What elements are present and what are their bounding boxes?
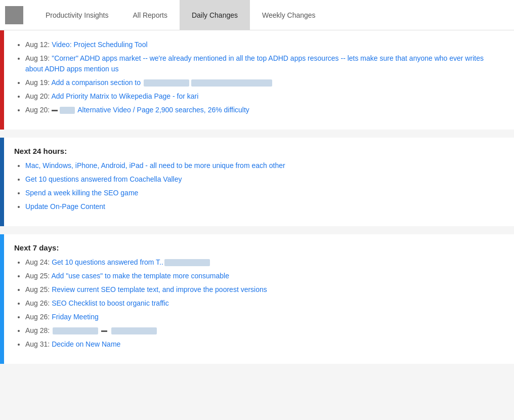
tab-productivity[interactable]: Productivity Insights <box>33 0 121 30</box>
next7days-section: Next 7 days: Aug 24: Get 10 questions an… <box>0 234 514 364</box>
blurred-text <box>144 79 189 87</box>
item-link[interactable]: Get 10 questions answered from T.. <box>52 258 163 266</box>
item-link[interactable]: Review current SEO template text, and im… <box>52 285 267 293</box>
next24h-section: Next 24 hours: Mac, Windows, iPhone, And… <box>0 138 514 226</box>
list-item: Aug 26: Friday Meeting <box>25 312 502 322</box>
item-link[interactable]: Get 10 questions answered from Coachella… <box>25 175 182 183</box>
blurred-text <box>60 107 75 114</box>
list-item: Aug 26: SEO Checklist to boost organic t… <box>25 298 502 309</box>
list-item: Aug 25: Review current SEO template text… <box>25 284 502 295</box>
blurred-text <box>164 259 210 266</box>
blurred-text <box>53 327 98 334</box>
item-link[interactable]: Video: Project Scheduling Tool <box>52 40 147 49</box>
list-item: Aug 28: <box>25 325 502 336</box>
app-header: Productivity Insights All Reports Daily … <box>0 0 514 30</box>
item-link[interactable]: Mac, Windows, iPhone, Android, iPad - al… <box>25 161 285 170</box>
item-link[interactable]: Add Priority Matrix to Wikepedia Page - … <box>51 92 198 100</box>
recent-section-body: Aug 12: Video: Project Scheduling Tool A… <box>4 30 514 130</box>
list-item: Aug 20: Alternative Video / Page 2,900 s… <box>25 105 502 115</box>
tab-weekly-changes[interactable]: Weekly Changes <box>250 0 328 30</box>
list-item: Aug 31: Decide on New Name <box>25 339 502 350</box>
list-item: Mac, Windows, iPhone, Android, iPad - al… <box>25 160 502 171</box>
tab-all-reports[interactable]: All Reports <box>121 0 180 30</box>
item-link[interactable]: "Corner" ADHD apps market -- we're alrea… <box>25 54 484 73</box>
list-item: Update On-Page Content <box>25 201 502 212</box>
tab-daily-changes[interactable]: Daily Changes <box>180 0 250 30</box>
item-link[interactable]: Add "use cases" to make the template mor… <box>51 272 229 280</box>
recent-section: Aug 12: Video: Project Scheduling Tool A… <box>0 30 514 130</box>
list-item: Spend a week killing the SEO game <box>25 188 502 198</box>
main-content: Aug 12: Video: Project Scheduling Tool A… <box>0 30 514 364</box>
section-bar-red <box>0 30 4 130</box>
recent-item-list: Aug 12: Video: Project Scheduling Tool A… <box>14 39 502 115</box>
dash-icon <box>101 330 107 332</box>
next7days-section-body: Next 7 days: Aug 24: Get 10 questions an… <box>4 234 514 364</box>
item-link[interactable]: Update On-Page Content <box>25 202 105 211</box>
next24h-title: Next 24 hours: <box>14 147 502 155</box>
list-item: Aug 19: Add a comparison section to <box>25 77 502 88</box>
item-link[interactable]: Friday Meeting <box>52 313 99 321</box>
list-item: Aug 24: Get 10 questions answered from T… <box>25 257 502 268</box>
section-bar-blue-dark <box>0 138 4 226</box>
item-link[interactable]: SEO Checklist to boost organic traffic <box>52 299 169 307</box>
next7days-title: Next 7 days: <box>14 243 502 252</box>
item-link[interactable]: Add a comparison section to <box>51 78 143 87</box>
blurred-text <box>191 79 272 87</box>
section-bar-blue-light <box>0 234 4 364</box>
list-item: Aug 19: "Corner" ADHD apps market -- we'… <box>25 53 502 74</box>
next24h-section-body: Next 24 hours: Mac, Windows, iPhone, And… <box>4 138 514 226</box>
list-item: Aug 25: Add "use cases" to make the temp… <box>25 271 502 281</box>
list-item: Aug 20: Add Priority Matrix to Wikepedia… <box>25 91 502 102</box>
app-logo <box>5 6 23 24</box>
item-link[interactable]: Alternative Video / Page 2,900 searches,… <box>77 106 249 114</box>
list-item: Aug 12: Video: Project Scheduling Tool <box>25 39 502 50</box>
item-link[interactable]: Decide on New Name <box>52 340 120 348</box>
main-nav: Productivity Insights All Reports Daily … <box>33 0 328 30</box>
next24h-item-list: Mac, Windows, iPhone, Android, iPad - al… <box>14 160 502 212</box>
item-link[interactable]: Spend a week killing the SEO game <box>25 189 138 197</box>
next7days-item-list: Aug 24: Get 10 questions answered from T… <box>14 257 502 350</box>
blurred-text <box>111 327 157 334</box>
list-item: Get 10 questions answered from Coachella… <box>25 174 502 185</box>
dash-icon <box>52 110 58 111</box>
